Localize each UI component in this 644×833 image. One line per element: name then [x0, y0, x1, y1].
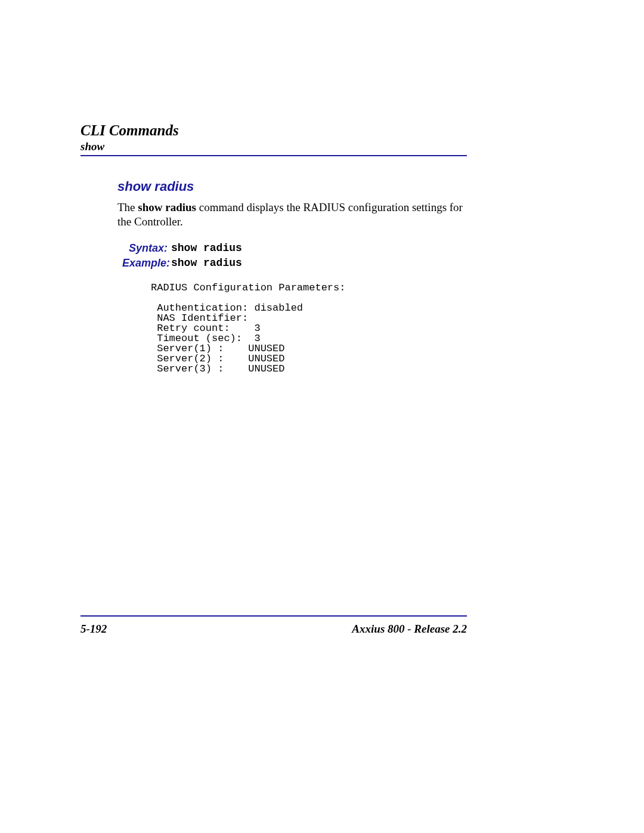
syntax-row: Syntax: show radius [122, 242, 467, 255]
desc-bold: show radius [138, 201, 196, 213]
command-output: RADIUS Configuration Parameters: Authent… [151, 283, 467, 374]
page-footer: 5-192 Axxius 800 - Release 2.2 [80, 615, 467, 636]
syntax-label: Syntax: [122, 242, 171, 255]
syntax-value: show radius [171, 242, 242, 255]
command-description: The show radius command displays the RAD… [117, 200, 467, 229]
footer-row: 5-192 Axxius 800 - Release 2.2 [80, 623, 467, 636]
chapter-title: CLI Commands [80, 122, 467, 139]
header-rule [80, 155, 467, 156]
example-row: Example: show radius [122, 257, 467, 270]
example-value: show radius [171, 257, 242, 270]
syntax-block: Syntax: show radius Example: show radius [122, 242, 467, 270]
subsection-label: show [80, 140, 467, 153]
example-label: Example: [122, 257, 171, 270]
page-number: 5-192 [80, 623, 107, 636]
product-release: Axxius 800 - Release 2.2 [352, 623, 467, 636]
command-heading: show radius [117, 179, 467, 194]
content-block: show radius The show radius command disp… [117, 179, 467, 374]
page-content: CLI Commands show show radius The show r… [80, 122, 467, 374]
footer-rule [80, 615, 467, 617]
desc-pre: The [117, 201, 138, 213]
